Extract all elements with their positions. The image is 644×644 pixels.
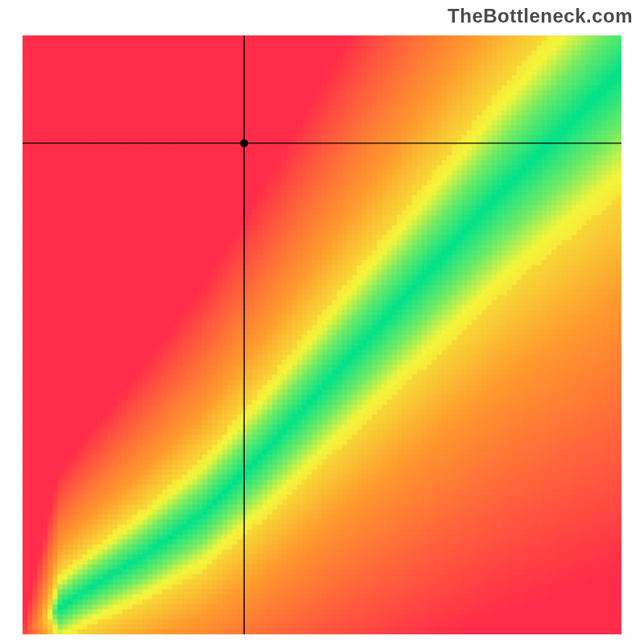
bottleneck-heatmap — [23, 35, 621, 634]
heatmap-canvas — [23, 35, 621, 634]
attribution-text: TheBottleneck.com — [448, 5, 633, 27]
